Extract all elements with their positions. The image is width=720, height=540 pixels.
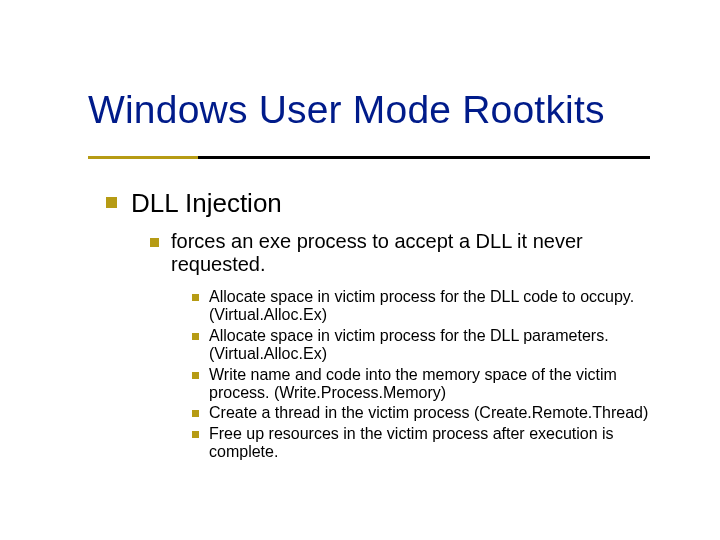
bullet-level3-list: Allocate space in victim process for the… (192, 288, 660, 462)
square-bullet-icon (192, 431, 199, 438)
square-bullet-icon (192, 410, 199, 417)
title-accent-bar (88, 156, 198, 159)
bullet-level2-text: forces an exe process to accept a DLL it… (171, 230, 660, 276)
square-bullet-icon (150, 238, 159, 247)
slide-title: Windows User Mode Rootkits (88, 88, 605, 132)
square-bullet-icon (192, 294, 199, 301)
bullet-level3-item: Create a thread in the victim process (C… (192, 404, 660, 422)
slide: Windows User Mode Rootkits DLL Injection… (0, 0, 720, 540)
bullet-level3-item: Write name and code into the memory spac… (192, 366, 660, 403)
bullet-level1: DLL Injection (106, 188, 282, 219)
square-bullet-icon (192, 372, 199, 379)
title-underline (198, 156, 650, 159)
bullet-level3-text: Allocate space in victim process for the… (209, 288, 660, 325)
bullet-level3-item: Allocate space in victim process for the… (192, 327, 660, 364)
bullet-level3-text: Allocate space in victim process for the… (209, 327, 660, 364)
square-bullet-icon (192, 333, 199, 340)
bullet-level2: forces an exe process to accept a DLL it… (150, 230, 660, 276)
bullet-level3-item: Allocate space in victim process for the… (192, 288, 660, 325)
bullet-level3-item: Free up resources in the victim process … (192, 425, 660, 462)
bullet-level3-text: Free up resources in the victim process … (209, 425, 660, 462)
bullet-level1-text: DLL Injection (131, 188, 282, 219)
bullet-level3-text: Create a thread in the victim process (C… (209, 404, 648, 422)
square-bullet-icon (106, 197, 117, 208)
bullet-level3-text: Write name and code into the memory spac… (209, 366, 660, 403)
